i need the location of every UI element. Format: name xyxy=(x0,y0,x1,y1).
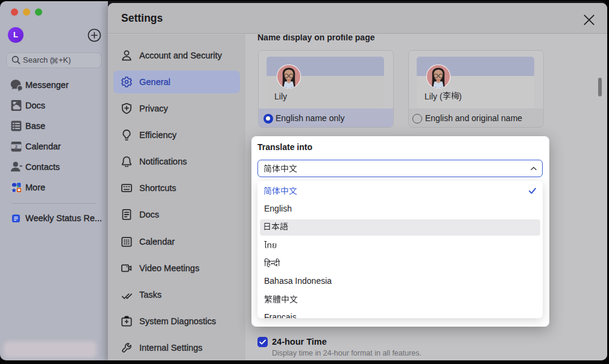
svg-text:2: 2 xyxy=(15,144,18,149)
